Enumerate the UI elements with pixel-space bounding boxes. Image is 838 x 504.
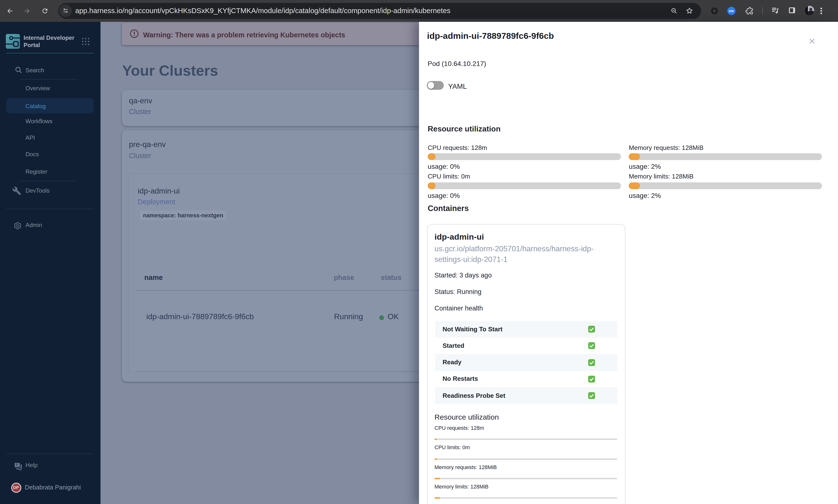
svg-text:?: ? — [16, 463, 18, 467]
